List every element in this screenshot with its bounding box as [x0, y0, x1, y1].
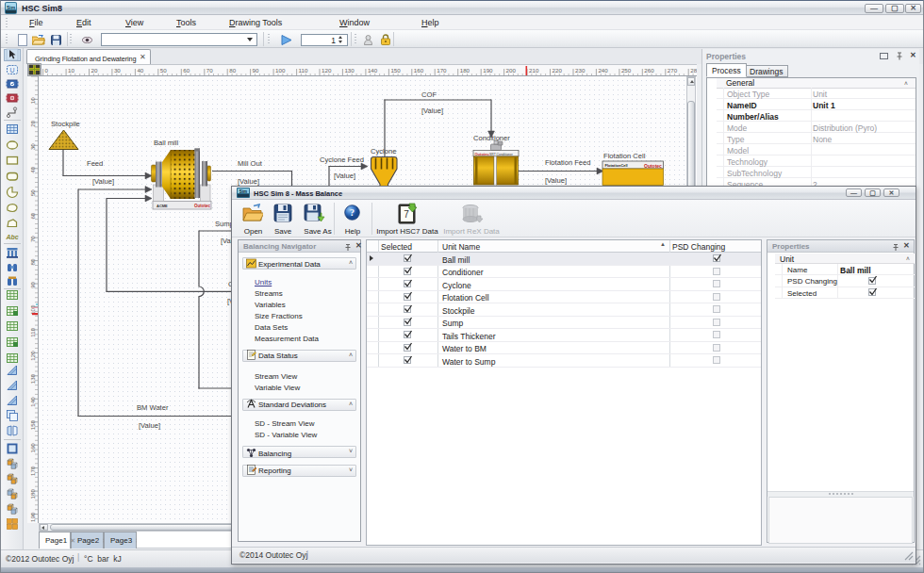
svg-text:170: 170 [29, 466, 36, 476]
svg-text:20: 20 [91, 67, 98, 74]
svg-text:180: 180 [29, 489, 36, 499]
svg-text:U: U [9, 67, 14, 74]
svg-text:190: 190 [483, 67, 493, 74]
svg-text:70: 70 [29, 236, 36, 242]
svg-text:Outotec: Outotec [644, 163, 662, 169]
svg-text:250: 250 [621, 67, 632, 74]
svg-text:220: 220 [553, 67, 563, 74]
svg-text:130: 130 [29, 373, 36, 384]
svg-text:30: 30 [29, 143, 36, 150]
svg-text:Sim: Sim [239, 189, 247, 194]
svg-text:Feed: Feed [87, 159, 103, 168]
svg-text:Stockpile: Stockpile [51, 120, 80, 128]
svg-text:7: 7 [404, 209, 409, 220]
svg-text:240: 240 [598, 67, 608, 74]
svg-text:60: 60 [183, 67, 190, 74]
svg-text:0: 0 [45, 67, 49, 74]
svg-text:90: 90 [29, 281, 36, 287]
svg-text:80: 80 [29, 258, 36, 265]
svg-text:120: 120 [29, 351, 36, 361]
svg-text:120: 120 [322, 67, 332, 74]
svg-text:110: 110 [29, 327, 36, 336]
svg-text:50: 50 [29, 189, 36, 196]
svg-text:140: 140 [368, 67, 378, 74]
svg-text:Mill Out: Mill Out [238, 159, 263, 168]
svg-text:Flotation Feed: Flotation Feed [545, 158, 591, 167]
svg-text:140: 140 [29, 397, 36, 407]
svg-text:150: 150 [390, 67, 401, 74]
svg-text:50: 50 [160, 67, 167, 74]
svg-text:SRT Conditioner: SRT Conditioner [489, 153, 514, 156]
svg-text:?: ? [350, 207, 355, 218]
svg-text:20: 20 [29, 120, 36, 126]
svg-text:Abc: Abc [6, 234, 19, 240]
svg-text:150: 150 [29, 419, 36, 430]
svg-text:170: 170 [437, 67, 447, 74]
svg-text:Flotation Cell: Flotation Cell [603, 152, 646, 160]
svg-text:[Value]: [Value] [92, 177, 114, 186]
svg-text:[Value]: [Value] [545, 176, 567, 185]
svg-text:230: 230 [575, 67, 586, 74]
svg-text:90: 90 [253, 67, 259, 74]
svg-text:180: 180 [460, 67, 470, 74]
svg-text:280: 280 [690, 67, 697, 74]
svg-text:[Value]: [Value] [334, 172, 355, 180]
svg-text:160: 160 [414, 67, 424, 74]
svg-text:60: 60 [29, 212, 36, 219]
svg-text:Cyclone: Cyclone [371, 147, 396, 156]
svg-text:[Value]: [Value] [238, 177, 259, 186]
svg-text:200: 200 [506, 67, 517, 74]
svg-text:Ball mill: Ball mill [154, 139, 178, 147]
svg-text:10: 10 [68, 67, 74, 74]
svg-text:40: 40 [137, 67, 143, 74]
svg-text:270: 270 [668, 67, 678, 74]
svg-text:Conditioner: Conditioner [473, 134, 510, 142]
svg-text:100: 100 [275, 67, 286, 74]
svg-text:40: 40 [29, 166, 36, 172]
svg-text:130: 130 [344, 67, 355, 74]
svg-text:Outotec: Outotec [194, 204, 210, 208]
svg-text:260: 260 [644, 67, 654, 74]
svg-text:30: 30 [114, 67, 121, 74]
svg-text:ACME: ACME [157, 204, 168, 208]
svg-text:COF: COF [421, 90, 437, 99]
svg-text:10: 10 [29, 97, 36, 104]
svg-text:110: 110 [299, 67, 308, 74]
svg-text:[Value]: [Value] [139, 421, 160, 430]
svg-text:FlotationCell: FlotationCell [605, 163, 628, 168]
svg-text:Cyclone Feed: Cyclone Feed [320, 156, 364, 164]
svg-text:80: 80 [229, 67, 236, 74]
svg-text:210: 210 [529, 67, 539, 74]
svg-text:70: 70 [206, 67, 213, 74]
svg-text:160: 160 [29, 443, 36, 453]
svg-text:BM Water: BM Water [137, 403, 169, 412]
svg-text:Sim: Sim [7, 5, 16, 10]
svg-text:Outotec: Outotec [475, 152, 490, 156]
svg-text:[Value]: [Value] [421, 106, 443, 115]
svg-text:190: 190 [29, 512, 36, 522]
